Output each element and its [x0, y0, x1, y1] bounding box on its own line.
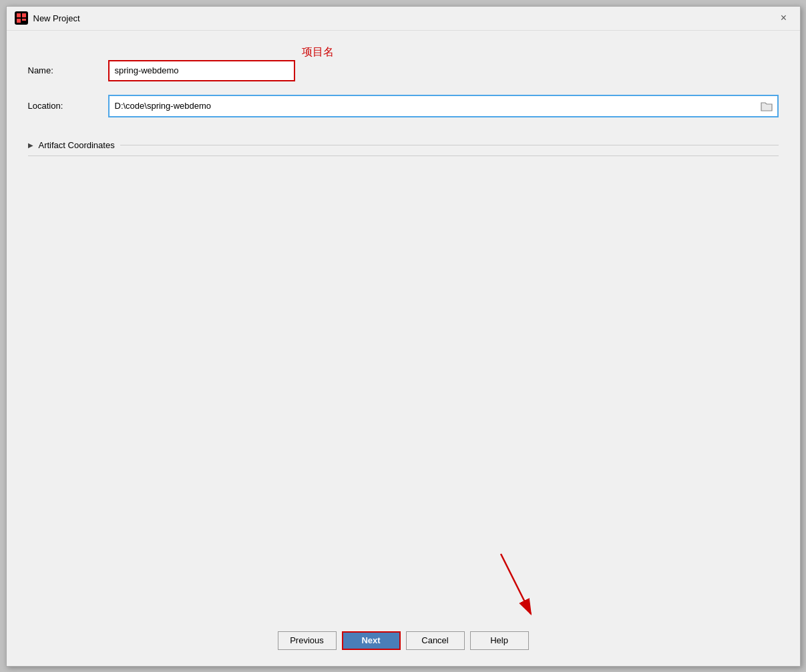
location-row: Location:	[28, 95, 779, 117]
location-label: Location:	[28, 101, 108, 111]
artifact-expand-arrow: ▶	[28, 141, 33, 149]
content-spacer	[28, 156, 779, 610]
cancel-button[interactable]: Cancel	[406, 631, 465, 650]
title-bar-left: New Project	[15, 11, 80, 25]
dialog-title: New Project	[33, 13, 80, 23]
name-row: Name: 项目名	[28, 60, 779, 81]
browse-folder-button[interactable]	[756, 96, 777, 116]
location-input-wrapper	[108, 95, 779, 117]
intellij-icon	[15, 11, 28, 25]
name-input[interactable]	[108, 60, 295, 81]
artifact-header[interactable]: ▶ Artifact Coordinates	[28, 136, 779, 156]
close-button[interactable]: ×	[776, 10, 792, 26]
annotation-chinese: 项目名	[302, 45, 334, 59]
artifact-divider	[120, 145, 779, 145]
artifact-section: ▶ Artifact Coordinates	[28, 136, 779, 156]
name-input-wrapper: 项目名	[108, 60, 779, 81]
help-button[interactable]: Help	[470, 631, 529, 650]
name-label: Name:	[28, 65, 108, 75]
artifact-section-title: Artifact Coordinates	[39, 140, 115, 150]
button-row: Previous Next Cancel Help	[7, 621, 800, 666]
svg-rect-4	[22, 19, 26, 21]
previous-button[interactable]: Previous	[278, 631, 337, 650]
svg-rect-3	[17, 19, 21, 23]
svg-rect-1	[17, 13, 21, 17]
svg-line-6	[501, 554, 531, 614]
new-project-dialog: New Project × Name: 项目名 Location:	[6, 6, 801, 667]
dialog-content: Name: 项目名 Location: ▶ Artifact C	[7, 31, 800, 621]
svg-rect-2	[22, 13, 26, 17]
location-input[interactable]	[110, 96, 756, 116]
annotation-arrow	[494, 547, 548, 627]
title-bar: New Project ×	[7, 7, 800, 31]
next-button[interactable]: Next	[342, 631, 401, 650]
